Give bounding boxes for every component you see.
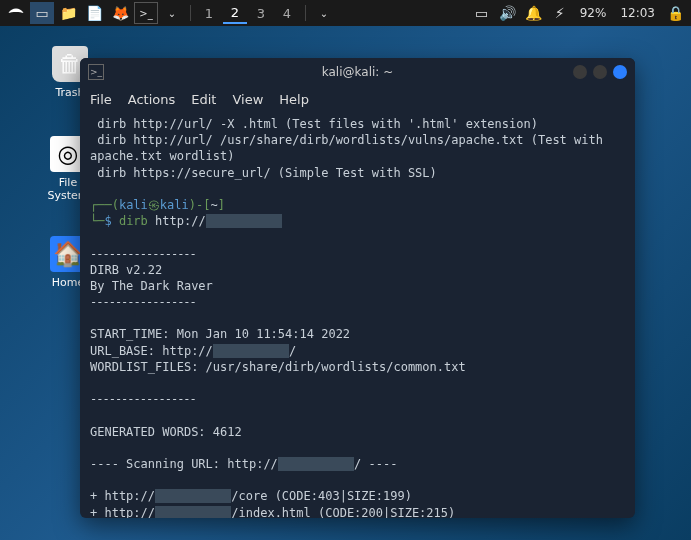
workspace-4[interactable]: 4	[275, 2, 299, 24]
menubar: File Actions Edit View Help	[80, 86, 635, 112]
wordlist-files: WORDLIST_FILES: /usr/share/dirb/wordlist…	[90, 360, 466, 374]
menu-file[interactable]: File	[90, 92, 112, 107]
url-base-suffix: /	[289, 344, 296, 358]
window-list-icon[interactable]: ▭	[30, 2, 54, 24]
terminal-body[interactable]: dirb http://url/ -X .html (Test files wi…	[80, 112, 635, 518]
kali-menu-icon[interactable]	[4, 2, 28, 24]
result-2-prefix: + http://	[90, 506, 155, 519]
hr-1: -----------------	[90, 247, 196, 261]
menu-help[interactable]: Help	[279, 92, 309, 107]
prompt-user: kali	[119, 198, 148, 212]
redacted-host: xxxxxxxxxx	[213, 344, 289, 358]
result-2-suffix: /index.html (CODE:200|SIZE:215)	[231, 506, 455, 519]
close-button[interactable]	[613, 65, 627, 79]
minimize-button[interactable]	[573, 65, 587, 79]
menu-edit[interactable]: Edit	[191, 92, 216, 107]
generated-words: GENERATED WORDS: 4612	[90, 425, 242, 439]
firefox-icon[interactable]: 🦊	[108, 2, 132, 24]
result-1-suffix: /core (CODE:403|SIZE:199)	[231, 489, 412, 503]
redacted-host: xxxxxxxxxx	[278, 457, 354, 471]
dirb-author: By The Dark Raver	[90, 279, 213, 293]
prompt-at: ㉿	[148, 198, 160, 212]
maximize-button[interactable]	[593, 65, 607, 79]
prompt-host: kali	[160, 198, 189, 212]
redacted-host: xxxxxxxxxx	[206, 214, 282, 228]
window-title: kali@kali: ~	[322, 65, 393, 79]
prompt-path: ~	[210, 198, 217, 212]
cmd-arg: http://	[148, 214, 206, 228]
tray-app-icon[interactable]: ▭	[470, 2, 494, 24]
dropdown-icon[interactable]: ⌄	[160, 2, 184, 24]
scan-suffix: / ----	[354, 457, 397, 471]
notifications-icon[interactable]: 🔔	[522, 2, 546, 24]
files-icon[interactable]: 📁	[56, 2, 80, 24]
menu-view[interactable]: View	[232, 92, 263, 107]
workspace-dropdown-icon[interactable]: ⌄	[312, 2, 336, 24]
hr-2: -----------------	[90, 295, 196, 309]
workspace-2[interactable]: 2	[223, 2, 247, 24]
cmd-name: dirb	[119, 214, 148, 228]
titlebar[interactable]: >_ kali@kali: ~	[80, 58, 635, 86]
terminal-window: >_ kali@kali: ~ File Actions Edit View H…	[80, 58, 635, 518]
url-base-label: URL_BASE: http://	[90, 344, 213, 358]
terminal-launcher-icon[interactable]: >_	[134, 2, 158, 24]
prompt-dollar: $	[104, 214, 118, 228]
clock: 12:03	[614, 6, 661, 20]
workspace-3[interactable]: 3	[249, 2, 273, 24]
desktop: 🗑 Trash ◎ File System 🏠 Home >_ kali@kal…	[0, 26, 691, 540]
battery-icon[interactable]: ⚡	[548, 2, 572, 24]
taskbar: ▭ 📁 📄 🦊 >_ ⌄ 1 2 3 4 ⌄ ▭ 🔊 🔔 ⚡ 92% 12:03…	[0, 0, 691, 26]
dirb-version: DIRB v2.22	[90, 263, 162, 277]
scan-prefix: ---- Scanning URL: http://	[90, 457, 278, 471]
history-line-3: dirb https://secure_url/ (Simple Test wi…	[90, 166, 437, 180]
redacted-host: xxxxxxxxxx	[155, 489, 231, 503]
menu-actions[interactable]: Actions	[128, 92, 176, 107]
text-editor-icon[interactable]: 📄	[82, 2, 106, 24]
history-line-2: dirb http://url/ /usr/share/dirb/wordlis…	[90, 133, 610, 163]
history-line-1: dirb http://url/ -X .html (Test files wi…	[90, 117, 538, 131]
terminal-titlebar-icon: >_	[88, 64, 104, 80]
workspace-1[interactable]: 1	[197, 2, 221, 24]
lock-icon[interactable]: 🔒	[663, 2, 687, 24]
redacted-host: xxxxxxxxxx	[155, 506, 231, 519]
hr-3: -----------------	[90, 392, 196, 406]
volume-icon[interactable]: 🔊	[496, 2, 520, 24]
start-time: START_TIME: Mon Jan 10 11:54:14 2022	[90, 327, 350, 341]
battery-percent: 92%	[574, 6, 613, 20]
result-1-prefix: + http://	[90, 489, 155, 503]
